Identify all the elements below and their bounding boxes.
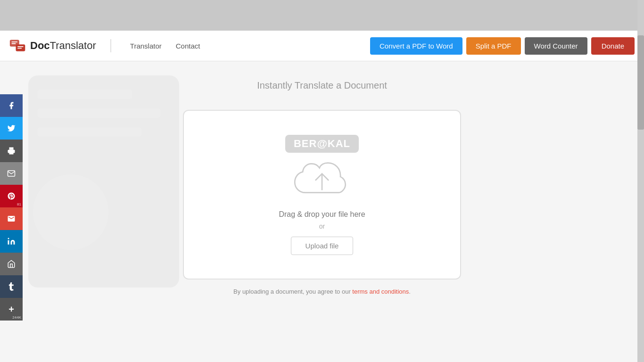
twitter-share-button[interactable] <box>0 117 23 140</box>
nav-contact[interactable]: Contact <box>171 40 205 52</box>
logo-text: DocTranslator <box>30 40 96 52</box>
or-text: or <box>319 222 325 230</box>
svg-point-13 <box>33 174 108 250</box>
page-subtitle: Instantly Translate a Document <box>257 80 387 91</box>
split-pdf-button[interactable]: Split a PDF <box>466 37 521 55</box>
svg-rect-8 <box>17 48 22 49</box>
terms-and-conditions-link[interactable]: terms and conditions <box>352 288 409 295</box>
svg-rect-4 <box>12 41 18 42</box>
convert-pdf-to-word-button[interactable]: Convert a PDF to Word <box>370 37 462 55</box>
main-content: Instantly Translate a Document BER@KAL D… <box>0 61 644 362</box>
svg-rect-1 <box>8 240 9 245</box>
svg-rect-5 <box>12 43 16 44</box>
drag-drop-text: Drag & drop your file here <box>279 210 365 219</box>
scrollbar[interactable] <box>637 0 644 362</box>
gmail-share-button[interactable] <box>0 207 23 230</box>
house-share-button[interactable] <box>0 253 23 275</box>
header: DocTranslator Translator Contact Convert… <box>0 31 644 61</box>
more-share-button[interactable]: + 244K <box>0 298 23 321</box>
top-bar <box>0 0 644 31</box>
logo[interactable]: DocTranslator <box>9 39 111 52</box>
svg-point-2 <box>8 238 9 239</box>
scrollbar-thumb[interactable] <box>637 35 644 130</box>
svg-rect-12 <box>38 127 141 137</box>
terms-text: By uploading a document, you agree to ou… <box>233 288 411 295</box>
svg-rect-7 <box>17 46 24 47</box>
svg-rect-11 <box>38 108 160 118</box>
upload-cloud-icon <box>291 161 353 201</box>
social-sidebar: 81 + 244K <box>0 94 23 321</box>
upload-box: BER@KAL Drag & drop your file here or Up… <box>183 110 461 280</box>
svg-rect-10 <box>38 90 132 99</box>
svg-rect-0 <box>9 152 14 155</box>
pinterest-count: 81 <box>17 202 21 206</box>
logo-icon <box>9 39 26 52</box>
upload-file-button[interactable]: Upload file <box>291 237 354 255</box>
facebook-share-button[interactable] <box>0 94 23 117</box>
watermark-label: BER@KAL <box>285 135 359 153</box>
donate-button[interactable]: Donate <box>591 37 635 55</box>
linkedin-share-button[interactable] <box>0 230 23 253</box>
svg-rect-9 <box>28 75 179 288</box>
email-share-button[interactable] <box>0 162 23 185</box>
more-share-count: 244K <box>12 315 21 320</box>
word-counter-button[interactable]: Word Counter <box>525 37 587 55</box>
pinterest-share-button[interactable]: 81 <box>0 185 23 207</box>
nav-translator[interactable]: Translator <box>125 40 166 52</box>
print-share-button[interactable] <box>0 140 23 162</box>
tumblr-share-button[interactable] <box>0 275 23 298</box>
nav-buttons: Convert a PDF to Word Split a PDF Word C… <box>370 37 635 55</box>
nav-links: Translator Contact <box>125 40 370 52</box>
